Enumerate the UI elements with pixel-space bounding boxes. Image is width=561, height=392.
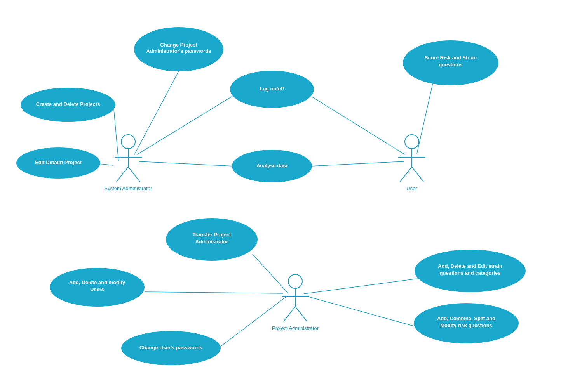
- usecase-add-delete-modify-users: Add, Delete and modify Users: [50, 268, 145, 307]
- line-user-scorerisk: [417, 82, 433, 154]
- actor-user-label: User: [406, 186, 417, 191]
- actor-system-admin: System Administrator: [105, 135, 152, 191]
- svg-line-10: [412, 167, 423, 182]
- usecase-change-user-passwords: Change User's passwords: [121, 331, 221, 365]
- line-sysadmin-logonoff: [137, 96, 232, 154]
- usecase-logonoff: Log on/off: [230, 71, 314, 108]
- usecase-analyse-data: Analyse data: [232, 150, 312, 182]
- svg-line-14: [284, 307, 295, 321]
- line-sysadmin-analysedata: [139, 161, 234, 166]
- svg-point-11: [288, 274, 302, 288]
- svg-text:Analyse data: Analyse data: [256, 163, 288, 168]
- usecase-create-delete-projects: Create and Delete Projects: [21, 88, 115, 122]
- svg-line-4: [117, 167, 128, 182]
- usecase-add-delete-edit-strain: Add, Delete and Edit strain questions an…: [415, 250, 526, 292]
- svg-text:Users: Users: [90, 286, 104, 292]
- svg-text:Create and Delete Projects: Create and Delete Projects: [36, 101, 100, 107]
- svg-text:Score Risk and Strain: Score Risk and Strain: [425, 55, 477, 61]
- svg-text:Administrator's passwords: Administrator's passwords: [146, 48, 211, 54]
- line-projadmin-adddeleteusers: [145, 292, 283, 293]
- usecase-add-combine-split-risk: Add, Combine, Split and Modify risk ques…: [414, 303, 519, 343]
- svg-text:Modify risk questions: Modify risk questions: [440, 323, 492, 328]
- usecase-change-admin-passwords: Change Project Administrator's passwords: [134, 27, 223, 71]
- svg-text:Change Project: Change Project: [160, 42, 197, 48]
- usecase-transfer-project-admin: Transfer Project Administrator: [166, 218, 258, 261]
- svg-text:Administrator: Administrator: [195, 239, 228, 245]
- actor-system-admin-label: System Administrator: [105, 186, 152, 191]
- line-sysadmin-createdelete: [113, 105, 118, 161]
- line-user-analysedata: [311, 161, 404, 166]
- line-projadmin-addcombinerisk: [308, 297, 414, 326]
- line-user-logonoff: [312, 97, 405, 154]
- svg-text:Transfer Project: Transfer Project: [193, 232, 232, 238]
- actor-project-admin-label: Project Administrator: [272, 325, 319, 331]
- svg-text:Edit Default Project: Edit Default Project: [35, 160, 82, 165]
- actor-user: User: [398, 135, 425, 191]
- svg-line-15: [295, 307, 307, 321]
- usecase-edit-default-project: Edit Default Project: [16, 147, 100, 179]
- svg-text:Change User's passwords: Change User's passwords: [139, 345, 202, 350]
- svg-text:questions: questions: [439, 62, 462, 68]
- svg-text:Add, Combine, Split and: Add, Combine, Split and: [437, 316, 495, 321]
- svg-point-1: [121, 135, 135, 149]
- svg-line-9: [400, 167, 412, 182]
- line-projadmin-transfer: [253, 254, 288, 293]
- line-sysadmin-editdefault: [99, 164, 113, 165]
- svg-text:Add, Delete and modify: Add, Delete and modify: [69, 279, 125, 285]
- line-projadmin-addstrainedit: [304, 279, 418, 294]
- usecase-score-risk-strain: Score Risk and Strain questions: [403, 40, 498, 85]
- svg-text:Add, Delete and Edit strain: Add, Delete and Edit strain: [438, 263, 502, 269]
- svg-line-5: [128, 167, 140, 182]
- svg-text:Log on/off: Log on/off: [260, 86, 284, 92]
- line-projadmin-changeuserpasswords: [217, 296, 287, 349]
- svg-text:questions and categories: questions and categories: [440, 270, 501, 276]
- svg-point-6: [405, 135, 419, 149]
